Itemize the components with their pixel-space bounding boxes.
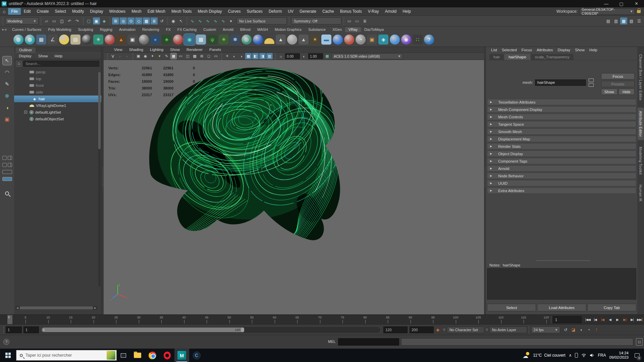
toggle-channel-box-icon[interactable]: ▦ xyxy=(620,17,627,24)
menu-file[interactable]: File xyxy=(8,8,20,15)
grip-handle[interactable] xyxy=(220,53,223,60)
select-object-icon[interactable]: ▣ xyxy=(93,17,100,24)
ring-sphere-icon[interactable] xyxy=(139,35,149,45)
shelf-tab-poly-modeling[interactable]: Poly Modeling xyxy=(45,27,74,32)
paint-select-tool[interactable]: ✎ xyxy=(3,80,11,88)
evaluation-clock-icon[interactable]: ◔ xyxy=(585,326,592,333)
shelf-tab-mash[interactable]: MASH xyxy=(254,27,271,32)
copy-tab-button[interactable]: Copy Tab xyxy=(587,304,636,311)
ae-menu-attributes[interactable]: Attributes xyxy=(534,48,555,52)
outliner-item-vraylightdome1[interactable]: VRayLightDome1 xyxy=(14,102,101,109)
snap-history-icon[interactable]: ↺ xyxy=(158,17,165,24)
cone-b-icon[interactable]: ▲ xyxy=(299,35,309,45)
rotate-tool[interactable]: ◑ xyxy=(3,103,11,112)
playback-end-field[interactable]: 120 xyxy=(383,326,408,333)
auto-key-icon[interactable]: ◪ xyxy=(570,326,577,333)
menu-modify[interactable]: Modify xyxy=(69,8,87,15)
menu-edit-mesh[interactable]: Edit Mesh xyxy=(145,8,168,15)
toggle-tool-settings-icon[interactable]: ▥ xyxy=(612,17,620,24)
section-smooth-mesh[interactable]: ▶Smooth Mesh xyxy=(487,128,636,135)
menu-mesh-tools[interactable]: Mesh Tools xyxy=(168,8,195,15)
step-back-key-button[interactable]: |◀ xyxy=(599,316,606,323)
scrollbar-thumb[interactable] xyxy=(20,306,93,309)
shelf-tab-daztomaya[interactable]: DazToMaya xyxy=(361,27,387,32)
character-key-icon[interactable]: ◆ xyxy=(434,326,442,333)
input-connections-icon[interactable]: ∿ xyxy=(189,17,196,24)
snap-point-icon[interactable]: ⊙ xyxy=(127,17,135,24)
ae-tab-hair[interactable]: hair xyxy=(489,54,504,60)
animation-end-field[interactable]: 200 xyxy=(410,326,434,333)
language-indicator[interactable]: FRA xyxy=(598,353,606,358)
home-icon[interactable]: ⌂ xyxy=(0,9,8,14)
menu-deform[interactable]: Deform xyxy=(266,8,285,15)
render-current-frame-icon[interactable]: ▭ xyxy=(346,17,353,24)
shelf-tab-sculpting[interactable]: Sculpting xyxy=(74,27,96,32)
output-connections-icon[interactable]: ∿ xyxy=(197,17,204,24)
loop-icon[interactable]: ↺ xyxy=(562,326,569,333)
playback-start-field[interactable]: 1 xyxy=(23,326,39,333)
output-connection-icon[interactable] xyxy=(589,83,594,87)
poly-sphere-b-icon[interactable]: ◍ xyxy=(25,35,35,45)
section-component-tags[interactable]: ▶Component Tags xyxy=(487,158,636,164)
menu-bonus-tools[interactable]: Bonus Tools xyxy=(337,8,365,15)
taskbar-clock[interactable]: 14:24 09/02/2023 xyxy=(609,351,629,360)
menu-arnold[interactable]: Arnold xyxy=(382,8,399,15)
viewport-menu-shading[interactable]: Shading xyxy=(126,48,146,52)
shelf-options-icon[interactable]: ≡ xyxy=(5,28,7,32)
taskbar-search-input[interactable]: Taper ici pour rechercher xyxy=(16,350,117,361)
plane-gradient-icon[interactable]: ▬ xyxy=(321,35,331,45)
input-connection-icon[interactable] xyxy=(589,78,594,82)
outliner-item-front[interactable]: front xyxy=(14,82,101,89)
time-ticks[interactable]: 5101520253035404550556065707580859095100… xyxy=(0,315,549,325)
section-node-behavior[interactable]: ▶Node Behavior xyxy=(487,173,636,179)
redo-icon[interactable]: ↷ xyxy=(74,17,81,24)
ae-tab-hairshape[interactable]: hairShape xyxy=(504,54,530,60)
red-sphere-icon[interactable] xyxy=(105,35,115,45)
render-settings-icon[interactable]: ≣ xyxy=(361,17,368,24)
lasso-tool[interactable]: ◠ xyxy=(3,68,11,77)
prev-render-b-icon[interactable]: ● xyxy=(124,53,130,59)
notes-textarea[interactable] xyxy=(487,268,636,300)
lock-camera-icon[interactable]: ◉ xyxy=(142,53,149,59)
save-scene-icon[interactable]: ◫ xyxy=(58,17,65,24)
grip-handle[interactable] xyxy=(274,53,276,60)
ae-menu-selected[interactable]: Selected xyxy=(499,48,519,52)
menu-uv[interactable]: UV xyxy=(285,8,297,15)
symmetry-field[interactable]: Symmetry: Off xyxy=(291,17,341,24)
apple-icon[interactable] xyxy=(173,35,183,45)
taskbar-capture-icon[interactable]: C xyxy=(189,349,204,362)
hidden-icons-chevron[interactable]: ∧ xyxy=(569,353,572,358)
make-live-icon[interactable]: ≣ xyxy=(151,17,158,24)
field-chart-icon[interactable]: ⊞ xyxy=(199,53,205,59)
light-bulb-icon[interactable] xyxy=(59,35,69,45)
shelf-tab-custom[interactable]: Custom xyxy=(200,27,219,32)
shelf-tab-substance[interactable]: Substance xyxy=(305,27,329,32)
chevron-down-icon[interactable]: ▽ xyxy=(484,328,489,331)
menu-set-dropdown[interactable]: Modeling ▼ xyxy=(5,17,39,24)
menu-display[interactable]: Display xyxy=(87,8,106,15)
current-frame-field[interactable]: 1 xyxy=(553,316,582,323)
shadows-icon[interactable]: ◐ xyxy=(231,53,237,59)
menu-v-ray[interactable]: V-Ray xyxy=(365,8,382,15)
isolate-select-icon[interactable]: ▥ xyxy=(266,53,273,59)
menu-create[interactable]: Create xyxy=(34,8,52,15)
notification-center-button[interactable]: 3 xyxy=(632,349,642,362)
open-scene-icon[interactable]: ▭ xyxy=(51,17,58,24)
section-tessellation-attributes[interactable]: ▶Tessellation Attributes xyxy=(487,99,636,105)
script-editor-icon[interactable]: {;} xyxy=(636,338,643,346)
film-gate-icon[interactable]: ▭ xyxy=(177,53,184,59)
mute-sound-icon[interactable]: ◖ xyxy=(578,326,585,333)
shelf-menu-icon[interactable]: ▾ xyxy=(2,28,4,32)
section-tangent-space[interactable]: ▶Tangent Space xyxy=(487,121,636,127)
search-daily-image-icon[interactable] xyxy=(107,351,115,360)
sidebar-tab-attribute-editor[interactable]: Attribute Editor xyxy=(638,108,644,140)
section-mesh-component-display[interactable]: ▶Mesh Component Display xyxy=(487,106,636,113)
viewport-menu-panels[interactable]: Panels xyxy=(206,48,224,52)
shelf-tab-fx[interactable]: FX xyxy=(163,27,174,32)
sidebar-tab-human-ik[interactable]: Human IK xyxy=(638,181,644,205)
anim-layer-dropdown[interactable]: No Anim Layer xyxy=(489,326,527,333)
gray-sphere-icon[interactable] xyxy=(287,35,297,45)
grease-pencil-icon[interactable]: ✎ xyxy=(163,53,170,59)
grip-handle[interactable] xyxy=(185,17,188,25)
history-toggle-icon[interactable]: ∿ xyxy=(212,17,219,24)
